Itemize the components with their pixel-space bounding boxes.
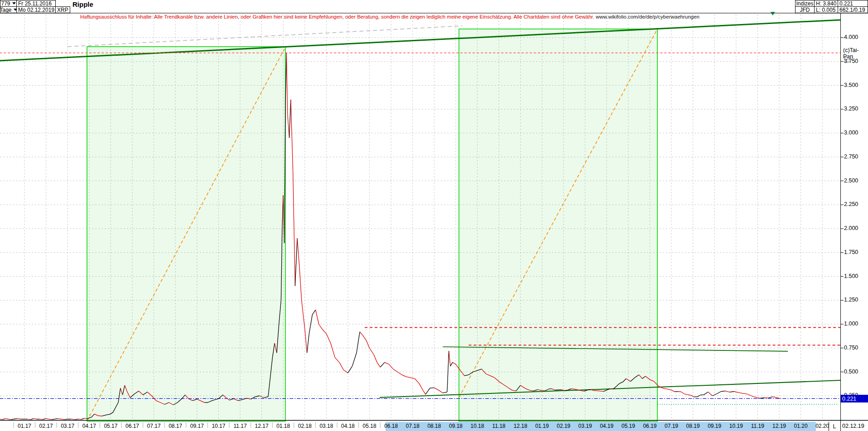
price-segment bbox=[319, 324, 322, 329]
price-segment bbox=[98, 416, 102, 416]
price-segment bbox=[322, 329, 327, 334]
trend-channel-box-2[interactable] bbox=[459, 29, 657, 421]
disclaimer-text: Haftungsausschluss für Inhalte: Alle Tre… bbox=[80, 14, 699, 19]
price-segment bbox=[39, 419, 43, 420]
jfd-label: JFD bbox=[800, 7, 810, 13]
wikifolio-link[interactable]: www.wikifolio.com/de/de/p/cyberwaehrunge… bbox=[596, 14, 699, 19]
price-segment bbox=[30, 419, 34, 420]
y-axis-label: 3.250 bbox=[844, 105, 858, 112]
y-axis-label: 1.750 bbox=[844, 249, 858, 255]
x-axis-label: 12.18 bbox=[512, 423, 529, 429]
x-axis-label: 01.20 bbox=[793, 423, 809, 429]
price-chart-canvas[interactable] bbox=[0, 0, 868, 431]
page-title: Ripple bbox=[72, 0, 93, 8]
x-axis-label: 07.18 bbox=[405, 423, 421, 429]
price-segment bbox=[11, 419, 14, 420]
price-segment bbox=[450, 362, 453, 366]
x-axis-label: 04.18 bbox=[340, 423, 356, 429]
price-segment bbox=[286, 53, 287, 114]
y-axis-label: 2.250 bbox=[844, 201, 858, 207]
x-axis-label: 09.17 bbox=[189, 423, 205, 429]
triangle-marker-icon[interactable] bbox=[771, 12, 775, 15]
x-axis-label: 10.18 bbox=[469, 423, 486, 429]
period-dropdown[interactable]: Tage bbox=[0, 6, 17, 13]
y-axis-label: 0.500 bbox=[844, 369, 858, 375]
date-to-value: Mo 02.12.2019 bbox=[18, 7, 54, 13]
price-segment bbox=[291, 100, 293, 171]
price-segment bbox=[360, 332, 363, 335]
price-segment bbox=[415, 378, 420, 383]
low-value: L: 0.005 bbox=[816, 7, 835, 13]
price-segment bbox=[402, 375, 406, 377]
price-segment bbox=[708, 392, 713, 396]
price-segment bbox=[681, 392, 684, 394]
info-last-price-cell: 0.221 bbox=[838, 0, 868, 7]
gray-resistance-line[interactable] bbox=[68, 26, 462, 47]
price-segment bbox=[302, 300, 305, 329]
y-axis-label: 1.000 bbox=[844, 321, 858, 327]
x-axis-label: 06.17 bbox=[124, 423, 140, 429]
price-segment bbox=[773, 397, 777, 397]
price-segment bbox=[597, 391, 600, 391]
price-segment bbox=[449, 351, 450, 366]
y-axis-label: 3.750 bbox=[844, 58, 858, 64]
x-axis-label: 06.18 bbox=[383, 423, 399, 429]
price-segment bbox=[61, 419, 64, 420]
price-segment bbox=[419, 383, 424, 391]
price-segment bbox=[424, 391, 426, 394]
price-segment bbox=[366, 340, 369, 348]
x-axis-label: 11.18 bbox=[491, 423, 507, 429]
y-axis-label: 1.500 bbox=[844, 273, 858, 279]
x-axis-label: 04.17 bbox=[81, 423, 97, 429]
price-segment bbox=[28, 419, 31, 420]
price-segment bbox=[667, 389, 671, 390]
y-axis-label: 2.000 bbox=[844, 225, 858, 231]
price-segment bbox=[549, 389, 552, 389]
date-to-field[interactable]: Mo 02.12.2019 bbox=[16, 6, 56, 13]
chevron-down-icon bbox=[12, 2, 16, 5]
price-segment bbox=[663, 388, 667, 389]
x-axis-label: 01.18 bbox=[275, 423, 291, 429]
price-segment bbox=[14, 419, 17, 419]
price-segment bbox=[363, 335, 366, 340]
period-value: Tage bbox=[0, 7, 12, 13]
info-volume-cell: 662.1/0.19 bbox=[838, 6, 868, 13]
price-segment bbox=[439, 390, 443, 393]
symbol-field[interactable]: XRP bbox=[55, 6, 70, 13]
x-axis-label: 07.19 bbox=[663, 423, 680, 429]
price-segment bbox=[58, 419, 61, 419]
date-from-field[interactable]: Fr 25.11.2016 bbox=[16, 0, 56, 7]
price-segment bbox=[610, 389, 613, 389]
x-axis-label: 11.19 bbox=[749, 423, 766, 429]
x-axis-label: 12.19 bbox=[771, 423, 787, 429]
bar-count-value: 779 bbox=[1, 0, 10, 7]
x-axis-label: 06.19 bbox=[641, 423, 658, 429]
price-segment bbox=[393, 369, 398, 372]
linear-scale-button[interactable]: L bbox=[829, 422, 840, 431]
bar-count-dropdown[interactable]: 779 bbox=[0, 0, 17, 7]
x-axis-label: 03.17 bbox=[59, 423, 76, 429]
linear-scale-label: L bbox=[833, 423, 836, 430]
price-segment bbox=[397, 372, 402, 375]
price-segment bbox=[425, 388, 430, 394]
price-segment bbox=[5, 419, 8, 419]
price-segment bbox=[335, 358, 339, 363]
x-axis-label: 12.17 bbox=[254, 423, 270, 429]
price-segment bbox=[55, 419, 58, 419]
price-segment bbox=[307, 334, 309, 353]
y-axis-label: 1.250 bbox=[844, 297, 858, 303]
price-segment bbox=[688, 395, 691, 396]
price-segment bbox=[453, 362, 456, 364]
price-segment bbox=[75, 419, 78, 420]
y-axis-label: 2.500 bbox=[844, 177, 858, 184]
price-segment bbox=[71, 419, 75, 420]
price-segment bbox=[305, 329, 307, 353]
last-date-label: 02.12.19 bbox=[842, 423, 864, 429]
x-axis-label: 08.17 bbox=[167, 423, 183, 429]
price-segment bbox=[2, 419, 5, 420]
price-segment bbox=[434, 388, 439, 390]
price-segment bbox=[380, 362, 385, 367]
price-segment bbox=[600, 391, 603, 392]
info-high-cell: H: 3.840 bbox=[814, 0, 838, 7]
current-price-text: 0.221 bbox=[842, 396, 856, 402]
